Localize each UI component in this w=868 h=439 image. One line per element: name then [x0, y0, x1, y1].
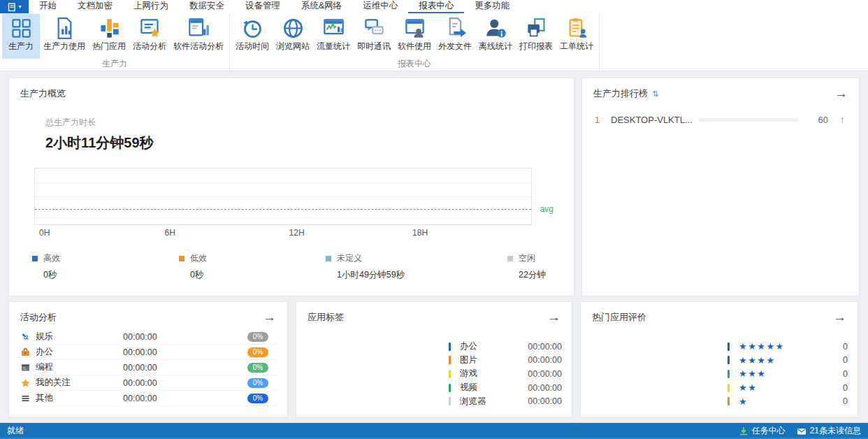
- panel-productivity-ranking: 生产力排行榜⇅ → 1DESKTOP-VLKTL...60↑: [581, 78, 860, 296]
- app-tag-row[interactable]: 游戏00:00:00: [449, 367, 562, 381]
- tab-文档加密[interactable]: 文档加密: [67, 0, 123, 13]
- ribbon-button-工单统计[interactable]: 工单统计: [556, 14, 597, 59]
- avg-line: [35, 209, 531, 210]
- legend-label: 空闲: [519, 252, 535, 264]
- rating-count: 0: [843, 355, 848, 365]
- status-ready-text: 就绪: [7, 425, 24, 437]
- ribbon-button-软件使用[interactable]: 软件使用: [394, 14, 435, 59]
- tab-开始[interactable]: 开始: [29, 0, 67, 13]
- device-name: DESKTOP-VLKTL...: [611, 115, 692, 125]
- ribbon-button-软件活动分析[interactable]: 软件活动分析: [170, 14, 227, 59]
- legend-swatch: [507, 256, 513, 261]
- im-icon: [363, 17, 386, 40]
- tab-报表中心[interactable]: 报表中心: [408, 0, 464, 13]
- tag-time: 00:00:00: [528, 383, 562, 393]
- panel-title: 应用标签: [308, 311, 344, 324]
- tab-运维中心[interactable]: 运维中心: [352, 0, 408, 13]
- rating-color-bar: [728, 370, 730, 378]
- activity-time: 00:00:00: [123, 378, 200, 388]
- ribbon-button-流量统计[interactable]: 流量统计: [313, 14, 354, 59]
- rating-row[interactable]: ★0: [728, 394, 848, 408]
- rating-count: 0: [843, 396, 848, 406]
- ribbon-button-浏览网站[interactable]: 浏览网站: [273, 14, 313, 59]
- rating-row[interactable]: ★★0: [728, 381, 848, 395]
- ribbon-button-离线统计[interactable]: 离线统计: [475, 14, 516, 59]
- rank-number: 1: [595, 115, 604, 125]
- ribbon-group-label: 报表中心: [231, 59, 598, 71]
- task-center-button[interactable]: 任务中心: [739, 425, 786, 437]
- ribbon-tab-bar: ▾ 开始文档加密上网行为数据安全设备管理系统&网络运维中心报表中心更多功能: [0, 0, 868, 13]
- tab-更多功能[interactable]: 更多功能: [464, 0, 520, 13]
- percent-badge: 0%: [247, 363, 268, 373]
- sort-icon[interactable]: ⇅: [652, 89, 658, 98]
- ribbon-button-生产力使用[interactable]: 生产力使用: [40, 14, 89, 59]
- activity-row[interactable]: 办公00:00:000%: [20, 345, 276, 360]
- app-tag-row[interactable]: 视频00:00:00: [449, 381, 562, 395]
- arrow-right-icon[interactable]: →: [263, 312, 276, 322]
- score-value: 60: [806, 115, 828, 125]
- activity-time: 00:00:00: [123, 394, 200, 403]
- other-icon: [20, 394, 31, 403]
- app-tag-row[interactable]: 浏览器00:00:00: [449, 394, 562, 408]
- arrow-right-icon[interactable]: →: [833, 312, 846, 322]
- legend-item: 未定义1小时49分钟59秒: [326, 252, 507, 281]
- legend-swatch: [326, 256, 331, 261]
- ribbon-button-label: 活动分析: [133, 41, 166, 52]
- app-tag-row[interactable]: 办公00:00:00: [449, 340, 562, 354]
- legend-value: 1小时49分钟59秒: [337, 269, 507, 281]
- app-tag-row[interactable]: 图片00:00:00: [449, 354, 562, 368]
- activity-rows: 娱乐00:00:000%办公00:00:000%编程00:00:000%我的关注…: [20, 329, 276, 406]
- x-tick-label: 18H: [412, 228, 428, 238]
- activity-row[interactable]: 我的关注00:00:000%: [20, 375, 276, 391]
- rating-color-bar: [728, 397, 730, 405]
- rating-row[interactable]: ★★★★0: [728, 354, 848, 368]
- activity-row[interactable]: 编程00:00:000%: [20, 360, 276, 375]
- rating-row[interactable]: ★★★★★0: [728, 340, 848, 354]
- rating-row[interactable]: ★★★0: [728, 367, 848, 381]
- ribbon-button-label: 活动时间: [236, 41, 269, 52]
- ribbon-button-打印报表[interactable]: 打印报表: [516, 14, 556, 59]
- traffic-stats-icon: [322, 17, 345, 40]
- ribbon-button-label: 外发文件: [438, 41, 472, 52]
- legend-item: 空闲22分钟: [507, 252, 546, 281]
- legend-item: 低效0秒: [179, 252, 326, 281]
- tab-list: 开始文档加密上网行为数据安全设备管理系统&网络运维中心报表中心更多功能: [29, 0, 520, 13]
- ribbon-button-即时通讯[interactable]: 即时通讯: [354, 14, 394, 59]
- hot-apps-icon: [98, 17, 121, 40]
- ribbon-button-生产力[interactable]: 生产力: [2, 14, 40, 59]
- tag-color-bar: [449, 397, 451, 405]
- activity-time: 00:00:00: [123, 347, 200, 357]
- ribbon-group-label: 生产力: [1, 59, 229, 71]
- tab-设备管理[interactable]: 设备管理: [235, 0, 291, 13]
- ribbon-button-热门应用[interactable]: 热门应用: [89, 14, 129, 59]
- arrow-right-icon[interactable]: →: [547, 312, 560, 322]
- tag-time: 00:00:00: [528, 355, 562, 365]
- legend-swatch: [32, 256, 38, 261]
- activity-row[interactable]: 其他00:00:000%: [20, 391, 276, 406]
- app-menu-button[interactable]: ▾: [0, 0, 29, 13]
- tag-label: 游戏: [460, 368, 528, 380]
- star-rating: ★: [739, 396, 843, 407]
- ranking-row[interactable]: 1DESKTOP-VLKTL...60↑: [582, 114, 859, 125]
- gridline: [35, 217, 531, 218]
- arrow-right-icon[interactable]: →: [834, 89, 848, 99]
- ribbon-group: 活动时间浏览网站流量统计即时通讯软件使用外发文件离线统计打印报表工单统计报表中心: [230, 13, 600, 71]
- percent-badge: 0%: [247, 347, 268, 357]
- tab-系统&网络[interactable]: 系统&网络: [291, 0, 352, 13]
- ribbon-button-活动时间[interactable]: 活动时间: [232, 14, 273, 59]
- unread-messages-button[interactable]: 21条未读信息: [797, 425, 861, 437]
- ribbon-button-外发文件[interactable]: 外发文件: [435, 14, 475, 59]
- panel-title: 生产力排行榜⇅: [593, 87, 658, 100]
- total-duration-label: 总生产力时长: [45, 117, 574, 129]
- activity-row[interactable]: 娱乐00:00:000%: [20, 329, 276, 345]
- tab-数据安全[interactable]: 数据安全: [179, 0, 235, 13]
- ribbon-group: 生产力生产力使用热门应用活动分析软件活动分析生产力: [0, 13, 230, 71]
- ticket-stats-icon: [565, 17, 588, 40]
- ribbon-button-活动分析[interactable]: 活动分析: [129, 14, 170, 59]
- tag-color-bar: [449, 384, 451, 392]
- percent-badge: 0%: [247, 394, 268, 403]
- entertainment-icon: [20, 332, 31, 342]
- rating-color-bar: [728, 384, 730, 392]
- tag-color-bar: [449, 370, 451, 378]
- tab-上网行为[interactable]: 上网行为: [123, 0, 179, 13]
